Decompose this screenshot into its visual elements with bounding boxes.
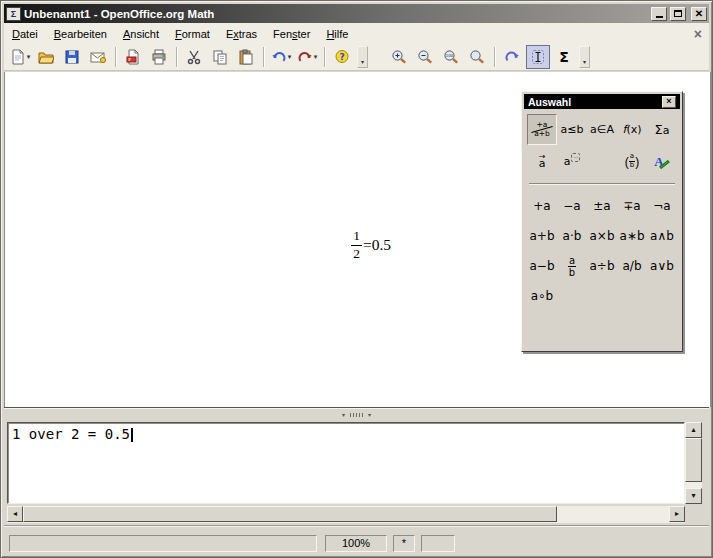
palette-symbols: +a−a±a∓a¬aa+ba·ba×ba∗ba∧ba−baba÷ba/ba∨ba… [522,185,682,311]
category-misc[interactable]: a⋯ [557,146,587,177]
category-set-operations[interactable]: a∈A [587,114,617,145]
menu-item-datei[interactable]: Datei [4,25,46,43]
category-attributes[interactable]: →a [527,146,557,177]
menu-item-extras[interactable]: Extras [218,25,265,43]
new-document-button[interactable]: ▾ [8,45,32,69]
zoom-button[interactable] [465,45,489,69]
scroll-down-icon[interactable]: ▾ [685,488,702,504]
print-button[interactable] [147,45,171,69]
palette-close-icon[interactable]: × [662,96,676,108]
horizontal-scroll-track[interactable] [23,506,669,522]
palette-symbol-∓a[interactable]: ∓a [617,191,647,221]
save-button[interactable] [60,45,84,69]
category-formats[interactable]: A [647,146,677,177]
cut-button[interactable] [182,45,206,69]
palette-title-bar[interactable]: Auswahl × [524,94,680,109]
application-window: Σ Unbenannt1 - OpenOffice.org Math ✕ Dat… [0,0,713,558]
vertical-scroll-thumb[interactable] [685,438,702,482]
zoom-level-panel[interactable]: 100% [325,535,387,552]
palette-symbol-a∧b[interactable]: a∧b [647,221,677,251]
status-extra-panel [421,535,455,552]
vertical-scroll-track[interactable] [685,438,702,488]
toolbar-separator [324,47,325,67]
refresh-button[interactable] [500,45,524,69]
menu-items: DateiBearbeitenAnsichtFormatExtrasFenste… [4,25,356,43]
zoom-100-button[interactable]: 100 [439,45,463,69]
undo-button[interactable]: ▾ [269,45,293,69]
formula-display: 1 2 =0.5 [351,229,391,262]
category-functions[interactable]: f(x) [617,114,647,145]
zoom-in-icon [391,49,408,66]
palette-symbol-a+b[interactable]: a+b [527,221,557,251]
toolbar-overflow-button[interactable]: ▾ [579,46,590,68]
toolbar-separator [176,47,177,67]
pdf-icon [125,49,141,65]
category-unary-binary-operators[interactable]: +aa+b [527,114,557,145]
close-document-icon[interactable]: × [694,27,702,41]
horizontal-scroll-thumb[interactable] [23,506,557,522]
minimize-button[interactable] [651,7,667,21]
palette-symbol-a/b[interactable]: a/b [617,251,647,281]
command-vertical-scrollbar[interactable]: ▴ ▾ [685,422,702,504]
zoom-out-button[interactable] [413,45,437,69]
export-pdf-button[interactable] [121,45,145,69]
maximize-button[interactable] [670,7,686,21]
category-brackets[interactable]: (ab) [617,146,647,177]
numerator: 1 [353,229,360,244]
scroll-left-icon[interactable]: ◂ [7,506,23,522]
palette-symbol-a∨b[interactable]: a∨b [647,251,677,281]
refresh-arrow-icon [504,49,520,65]
menu-item-hilfe[interactable]: Hilfe [318,25,356,43]
fraction: 1 2 [351,229,362,262]
formula-cursor-button[interactable] [526,45,550,69]
svg-text:100: 100 [445,53,453,58]
command-horizontal-scrollbar[interactable]: ◂ ▸ [7,506,685,523]
palette-symbol-a÷b[interactable]: a÷b [587,251,617,281]
toolbar: ▾ ▾ ▾ ? ▾ 100 Σ ▾ [4,44,709,71]
title-bar[interactable]: Σ Unbenannt1 - OpenOffice.org Math ✕ [4,4,709,23]
category-relations[interactable]: a≤b [557,114,587,145]
open-button[interactable] [34,45,58,69]
close-button[interactable]: ✕ [691,7,707,21]
palette-symbol-+a[interactable]: +a [527,191,557,221]
palette-symbol-a×b[interactable]: a×b [587,221,617,251]
palette-categories: +aa+ba≤ba∈Af(x)Σa→aa⋯(ab)A [522,111,682,177]
category-operators[interactable]: Σa [647,114,677,145]
email-button[interactable] [86,45,110,69]
scroll-up-icon[interactable]: ▴ [685,422,702,438]
palette-symbol-±a[interactable]: ±a [587,191,617,221]
status-message-panel [9,535,317,552]
command-text: 1 over 2 = 0.5 [12,426,130,442]
palette-symbol-−a[interactable]: −a [557,191,587,221]
equals-rhs: =0.5 [363,236,391,254]
toolbar-overflow-button[interactable]: ▾ [357,46,368,68]
undo-dropdown-icon[interactable]: ▾ [288,53,292,61]
command-editor[interactable]: 1 over 2 = 0.5 [7,422,685,504]
menu-item-fenster[interactable]: Fenster [265,25,318,43]
symbols-catalog-button[interactable]: Σ [552,45,576,69]
zoom-out-icon [417,49,434,66]
palette-symbol-a-over-b[interactable]: ab [557,251,587,281]
palette-symbol-a∗b[interactable]: a∗b [617,221,647,251]
help-button[interactable]: ? [330,45,354,69]
menu-item-bearbeiten[interactable]: Bearbeiten [46,25,115,43]
view-splitter[interactable]: ▾ ▾ [4,407,709,421]
copy-icon [212,49,228,65]
copy-button[interactable] [208,45,232,69]
menu-item-ansicht[interactable]: Ansicht [115,25,167,43]
palette-symbol-a·b[interactable]: a·b [557,221,587,251]
redo-dropdown-icon[interactable]: ▾ [314,53,318,61]
status-bar: 100% * [4,532,709,554]
paste-button[interactable] [234,45,258,69]
clipboard-icon [238,49,254,65]
modified-marker-panel[interactable]: * [393,535,415,552]
zoom-in-button[interactable] [387,45,411,69]
scroll-right-icon[interactable]: ▸ [669,506,685,522]
menu-item-format[interactable]: Format [167,25,218,43]
palette-symbol-a∘b[interactable]: a∘b [527,281,557,311]
new-dropdown-icon[interactable]: ▾ [27,53,31,61]
palette-symbol-a−b[interactable]: a−b [527,251,557,281]
redo-button[interactable]: ▾ [295,45,319,69]
floppy-disk-icon [64,49,80,65]
palette-symbol-¬a[interactable]: ¬a [647,191,677,221]
